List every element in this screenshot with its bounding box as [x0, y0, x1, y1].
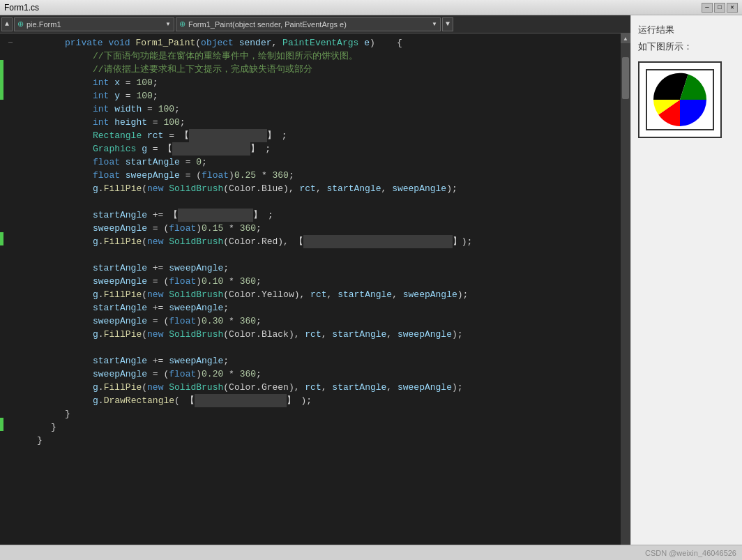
code-line-width: int width = 100; — [31, 103, 621, 116]
code-line-1: private void Form1_Paint(object sender, … — [31, 36, 621, 50]
green-indicator-1 — [0, 60, 3, 100]
status-bar: CSDN @weixin_46046526 — [0, 545, 742, 560]
method-dropdown-text: Form1_Paint(object sender, PaintEventArg… — [188, 20, 347, 29]
code-line-fillpie-black: g.FillPie(new SolidBrush(Color.Black), r… — [31, 328, 621, 341]
code-container: ─ private void Form1_Paint(object sender… — [0, 33, 630, 545]
collapse-button[interactable]: ─ — [8, 39, 13, 47]
result-title-line2: 如下图所示： — [638, 40, 735, 53]
code-line-comment2: //请依据上述要求和上下文提示，完成缺失语句或部分 — [31, 63, 621, 76]
class-dropdown[interactable]: ⊕ pie.Form1 ▼ — [14, 17, 174, 31]
code-line-height: int height = 100; — [31, 116, 621, 129]
editor-toolbar: ▲ ⊕ pie.Form1 ▼ ⊕ Form1_Paint(object sen… — [0, 15, 630, 33]
code-lines: private void Form1_Paint(object sender, … — [31, 33, 621, 450]
code-line-startangle5: startAngle += sweepAngle; — [31, 354, 621, 368]
pie-chart-svg — [645, 68, 715, 131]
code-line-blank2 — [31, 248, 621, 262]
code-line-brace2: } — [31, 421, 621, 434]
code-line-fillpie-blue: g.FillPie(new SolidBrush(Color.Blue), rc… — [31, 182, 621, 195]
close-button[interactable]: ✕ — [727, 3, 738, 13]
title-bar: Form1.cs ─ □ ✕ — [0, 0, 742, 15]
code-line-fillpie-red: g.FillPie(new SolidBrush(Color.Red), 【 】… — [31, 235, 621, 248]
toolbar-extra-button[interactable]: ▼ — [442, 17, 453, 31]
code-line-blank3 — [31, 341, 621, 354]
scrollbar-up-button[interactable]: ▲ — [621, 33, 630, 43]
code-line-startangle4: startAngle += sweepAngle; — [31, 301, 621, 315]
code-line-startangle: float startAngle = 0; — [31, 156, 621, 169]
code-line-sweepangle1: float sweepAngle = (float)0.25 * 360; — [31, 169, 621, 182]
title-bar-controls: ─ □ ✕ — [702, 3, 738, 13]
code-line-rectangle: Rectangle rct = 【 】 ; — [31, 129, 621, 142]
code-line-startangle2: startAngle += 【 】 ; — [31, 209, 621, 222]
code-line-blank1 — [31, 195, 621, 209]
code-line-x: int x = 100; — [31, 76, 621, 89]
code-line-fillpie-yellow: g.FillPie(new SolidBrush(Color.Yellow), … — [31, 288, 621, 301]
scroll-up-button[interactable]: ▲ — [1, 17, 13, 31]
code-line-startangle3: startAngle += sweepAngle; — [31, 262, 621, 275]
green-indicator-2 — [0, 232, 3, 245]
right-panel: 运行结果 如下图所示： — [630, 15, 742, 545]
code-line-brace1: } — [31, 407, 621, 421]
main-layout: ▲ ⊕ pie.Form1 ▼ ⊕ Form1_Paint(object sen… — [0, 15, 742, 545]
green-indicator-3 — [0, 418, 3, 431]
pie-preview — [638, 61, 722, 138]
left-margin: ─ — [0, 33, 31, 545]
class-dropdown-label: ⊕ — [17, 20, 24, 29]
code-line-drawrect: g.DrawRectangle( 【 】 ); — [31, 394, 621, 407]
code-line-sweepangle4: sweepAngle = (float)0.30 * 360; — [31, 315, 621, 328]
minimize-button[interactable]: ─ — [702, 3, 713, 13]
code-line-graphics: Graphics g = 【 】 ; — [31, 142, 621, 156]
class-dropdown-text: pie.Form1 — [26, 20, 61, 29]
watermark-text: CSDN @weixin_46046526 — [645, 549, 736, 557]
method-dropdown[interactable]: ⊕ Form1_Paint(object sender, PaintEventA… — [176, 17, 441, 31]
method-dropdown-arrow: ▼ — [426, 21, 437, 27]
result-title-line1: 运行结果 — [638, 24, 735, 36]
code-line-fillpie-green: g.FillPie(new SolidBrush(Color.Green), r… — [31, 381, 621, 394]
title-bar-text: Form1.cs — [4, 3, 39, 13]
code-line-sweepangle2: sweepAngle = (float)0.15 * 360; — [31, 222, 621, 235]
code-line-sweepangle5: sweepAngle = (float)0.20 * 360; — [31, 368, 621, 381]
code-line-comment1: //下面语句功能是在窗体的重绘事件中，绘制如图所示的饼状图。 — [31, 50, 621, 63]
editor-scrollbar[interactable]: ▲ — [621, 33, 630, 545]
maximize-button[interactable]: □ — [714, 3, 725, 13]
method-dropdown-label: ⊕ — [179, 20, 186, 29]
editor-area: ▲ ⊕ pie.Form1 ▼ ⊕ Form1_Paint(object sen… — [0, 15, 630, 545]
code-scroll[interactable]: private void Form1_Paint(object sender, … — [31, 33, 621, 545]
code-line-brace3: } — [31, 434, 621, 447]
code-line-y: int y = 100; — [31, 89, 621, 103]
scrollbar-thumb[interactable] — [622, 57, 629, 99]
class-dropdown-arrow: ▼ — [160, 21, 171, 27]
code-line-sweepangle3: sweepAngle = (float)0.10 * 360; — [31, 275, 621, 288]
